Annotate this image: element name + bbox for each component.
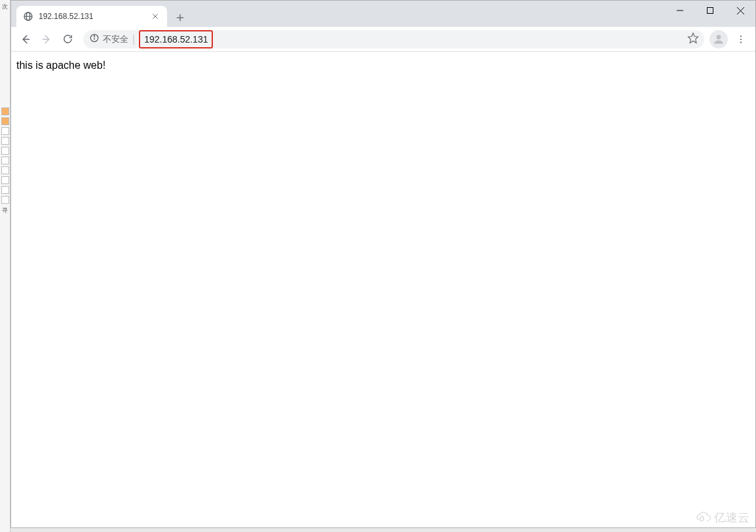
svg-point-19 (740, 38, 742, 39)
profile-avatar-button[interactable] (709, 30, 728, 48)
bookmark-star-icon[interactable] (687, 32, 699, 47)
security-label: 不安全 (103, 33, 128, 45)
globe-icon (23, 11, 33, 22)
highlight-box: 192.168.52.131 (139, 30, 213, 48)
side-frag-item (1, 117, 9, 125)
tab-strip: 192.168.52.131 (11, 1, 189, 27)
back-button[interactable] (15, 29, 36, 50)
menu-button[interactable] (730, 29, 751, 50)
security-indicator[interactable]: 不安全 (90, 33, 128, 45)
page-text: this is apache web! (16, 60, 105, 71)
page-content: this is apache web! (11, 52, 755, 527)
info-icon (90, 33, 99, 45)
separator: | (132, 33, 135, 45)
window-controls (665, 1, 755, 20)
url-text: 192.168.52.131 (144, 34, 208, 45)
tab-title: 192.168.52.131 (39, 12, 150, 21)
svg-point-15 (94, 35, 94, 36)
partial-side-panel: 次 寻 (0, 0, 10, 532)
svg-point-17 (717, 35, 721, 39)
address-bar: 不安全 | 192.168.52.131 (11, 27, 755, 52)
forward-button[interactable] (36, 29, 57, 50)
svg-marker-16 (689, 33, 698, 43)
toolbar-right (709, 29, 751, 50)
svg-point-18 (740, 35, 742, 37)
browser-tab[interactable]: 192.168.52.131 (16, 6, 167, 27)
close-icon[interactable] (150, 11, 161, 22)
svg-rect-8 (708, 8, 713, 14)
side-frag-item (1, 196, 9, 204)
side-frag-item (1, 137, 9, 145)
browser-titlebar: 192.168.52.131 (11, 1, 755, 27)
side-frag-item (1, 186, 9, 194)
side-frag-item (1, 107, 9, 115)
maximize-button[interactable] (695, 1, 725, 20)
svg-point-20 (740, 41, 742, 43)
side-frag-item (1, 176, 9, 184)
side-frag-label: 寻 (0, 206, 10, 215)
url-bar[interactable]: 不安全 | 192.168.52.131 (83, 30, 704, 48)
new-tab-button[interactable] (171, 9, 189, 27)
side-frag-label: 次 (0, 3, 10, 11)
reload-button[interactable] (57, 29, 78, 50)
side-frag-item (1, 157, 9, 164)
window-close-button[interactable] (725, 1, 755, 20)
browser-window: 192.168.52.131 (10, 0, 756, 528)
side-frag-item (1, 147, 9, 155)
side-frag-item (1, 166, 9, 174)
side-frag-item (1, 127, 9, 135)
minimize-button[interactable] (665, 1, 695, 20)
